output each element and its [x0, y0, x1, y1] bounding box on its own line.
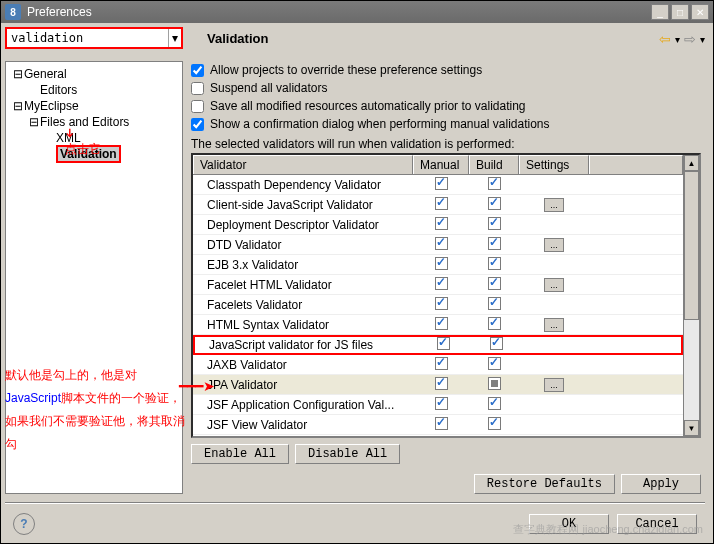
tree-toggle-icon[interactable]: ⊟ — [12, 66, 24, 82]
allow-override-checkbox[interactable] — [191, 64, 204, 77]
validation-panel: Allow projects to override these prefere… — [187, 61, 705, 494]
tree-toggle-icon[interactable]: ⊟ — [28, 114, 40, 130]
manual-checkbox[interactable] — [435, 217, 448, 230]
build-checkbox[interactable] — [488, 257, 501, 270]
vertical-scrollbar[interactable]: ▲ ▼ — [683, 155, 699, 436]
save-all-checkbox[interactable] — [191, 100, 204, 113]
settings-button[interactable]: ... — [544, 378, 564, 392]
enable-all-button[interactable]: Enable All — [191, 444, 289, 464]
validator-row[interactable]: HTML Syntax Validator... — [193, 315, 683, 335]
nav-back-menu-icon[interactable]: ▾ — [675, 34, 680, 45]
settings-button[interactable]: ... — [544, 318, 564, 332]
save-all-option[interactable]: Save all modified resources automaticall… — [191, 99, 701, 113]
validator-row[interactable]: JAXB Validator — [193, 355, 683, 375]
settings-button[interactable]: ... — [544, 238, 564, 252]
validator-name: Deployment Descriptor Validator — [193, 218, 413, 232]
validator-name: JSF View Validator — [193, 418, 413, 432]
disable-all-button[interactable]: Disable All — [295, 444, 400, 464]
tree-node[interactable]: Editors — [10, 82, 178, 98]
manual-checkbox[interactable] — [437, 337, 450, 350]
header-build[interactable]: Build — [469, 155, 519, 174]
manual-checkbox[interactable] — [435, 377, 448, 390]
scroll-thumb[interactable] — [684, 171, 699, 320]
minimize-button[interactable]: _ — [651, 4, 669, 20]
build-checkbox[interactable] — [488, 317, 501, 330]
maximize-button[interactable]: □ — [671, 4, 689, 20]
filter-dropdown-icon[interactable]: ▾ — [168, 29, 181, 47]
nav-forward-menu-icon[interactable]: ▾ — [700, 34, 705, 45]
validator-row[interactable]: EJB 3.x Validator — [193, 255, 683, 275]
show-confirm-checkbox[interactable] — [191, 118, 204, 131]
validator-row[interactable]: JSF Application Configuration Val... — [193, 395, 683, 415]
build-checkbox[interactable] — [488, 217, 501, 230]
manual-checkbox[interactable] — [435, 397, 448, 410]
validator-row[interactable]: Deployment Descriptor Validator — [193, 215, 683, 235]
tree-node[interactable]: ⊟MyEclipse — [10, 98, 178, 114]
manual-checkbox[interactable] — [435, 257, 448, 270]
manual-checkbox[interactable] — [435, 417, 448, 430]
validator-row[interactable]: Client-side JavaScript Validator... — [193, 195, 683, 215]
tree-node[interactable]: ⊟General — [10, 66, 178, 82]
build-checkbox[interactable] — [488, 417, 501, 430]
build-checkbox[interactable] — [488, 177, 501, 190]
suspend-checkbox[interactable] — [191, 82, 204, 95]
nav-forward-icon[interactable]: ⇨ — [684, 31, 696, 47]
build-checkbox[interactable] — [488, 397, 501, 410]
manual-checkbox[interactable] — [435, 297, 448, 310]
build-checkbox[interactable] — [488, 297, 501, 310]
build-checkbox[interactable] — [488, 357, 501, 370]
validator-row[interactable]: Classpath Dependency Validator — [193, 175, 683, 195]
validator-name: Classpath Dependency Validator — [193, 178, 413, 192]
show-confirm-option[interactable]: Show a confirmation dialog when performi… — [191, 117, 701, 131]
nav-arrows: ⇦ ▾ ⇨ ▾ — [659, 27, 705, 47]
validator-name: JAXB Validator — [193, 358, 413, 372]
header-manual[interactable]: Manual — [413, 155, 469, 174]
build-checkbox[interactable] — [488, 237, 501, 250]
suspend-option[interactable]: Suspend all validators — [191, 81, 701, 95]
header-validator[interactable]: Validator — [193, 155, 413, 174]
validator-row[interactable]: JavaScript validator for JS files — [193, 335, 683, 355]
header-settings[interactable]: Settings — [519, 155, 589, 174]
validator-row[interactable]: Facelet HTML Validator... — [193, 275, 683, 295]
scroll-up-icon[interactable]: ▲ — [684, 155, 699, 171]
tree-toggle-icon[interactable]: ⊟ — [12, 98, 24, 114]
titlebar: 8 Preferences _ □ ✕ — [1, 1, 713, 23]
manual-checkbox[interactable] — [435, 317, 448, 330]
help-icon[interactable]: ? — [13, 513, 35, 535]
validator-row[interactable]: DTD Validator... — [193, 235, 683, 255]
build-checkbox[interactable] — [488, 277, 501, 290]
restore-defaults-button[interactable]: Restore Defaults — [474, 474, 615, 494]
validator-row[interactable]: Facelets Validator — [193, 295, 683, 315]
validator-name: JSF Application Configuration Val... — [193, 398, 413, 412]
search-box: ▾ — [5, 27, 183, 49]
annotation-click-it: ➔ 点击它 — [65, 125, 101, 158]
app-icon: 8 — [5, 4, 21, 20]
manual-checkbox[interactable] — [435, 277, 448, 290]
manual-checkbox[interactable] — [435, 177, 448, 190]
validator-name: HTML Syntax Validator — [193, 318, 413, 332]
build-checkbox[interactable] — [490, 337, 503, 350]
manual-checkbox[interactable] — [435, 197, 448, 210]
build-checkbox[interactable] — [488, 377, 501, 390]
nav-back-icon[interactable]: ⇦ — [659, 31, 671, 47]
validator-name: Facelet HTML Validator — [193, 278, 413, 292]
settings-button[interactable]: ... — [544, 198, 564, 212]
close-button[interactable]: ✕ — [691, 4, 709, 20]
annotation-arrow-icon: ━━━➤ — [179, 378, 215, 394]
watermark: 查字典教程网 jiaocheng.chazidian.com — [513, 522, 703, 537]
allow-override-option[interactable]: Allow projects to override these prefere… — [191, 63, 701, 77]
apply-button[interactable]: Apply — [621, 474, 701, 494]
table-body[interactable]: Classpath Dependency ValidatorClient-sid… — [193, 175, 683, 436]
scroll-track[interactable] — [684, 171, 699, 420]
build-checkbox[interactable] — [488, 197, 501, 210]
manual-checkbox[interactable] — [435, 357, 448, 370]
manual-checkbox[interactable] — [435, 237, 448, 250]
settings-button[interactable]: ... — [544, 278, 564, 292]
validator-row[interactable]: JSF View Validator — [193, 415, 683, 435]
filter-input[interactable] — [7, 29, 168, 47]
scroll-down-icon[interactable]: ▼ — [684, 420, 699, 436]
validator-row[interactable]: JPA Validator... — [193, 375, 683, 395]
table-header-row: Validator Manual Build Settings — [193, 155, 683, 175]
annotation-js-note: 默认他是勾上的，他是对JavaScript脚本文件的一个验证，如果我们不需要验证… — [5, 363, 185, 455]
separator — [5, 502, 705, 503]
